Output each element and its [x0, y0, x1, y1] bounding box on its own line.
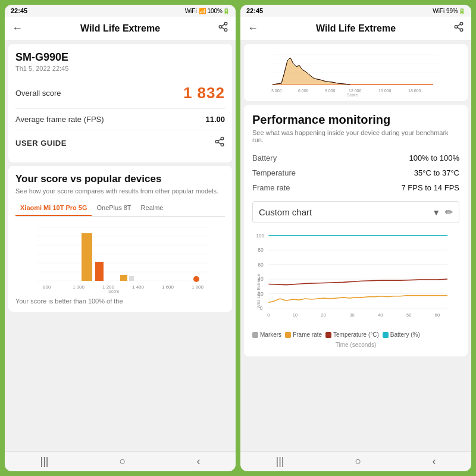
left-share-button[interactable] [218, 21, 228, 35]
left-back-button[interactable]: ← [12, 22, 23, 35]
custom-chart-dropdown[interactable]: Custom chart ▼ ✏ [252, 201, 459, 223]
right-time: 22:45 [246, 7, 263, 14]
overall-score-value: 1 832 [183, 84, 225, 102]
left-panel: 22:45 WiFi 📶 100%🔋 ← Wild Life Extreme S… [5, 5, 236, 471]
score-better-text: Your score is better than 100% of the [15, 298, 225, 305]
svg-point-31 [460, 29, 463, 32]
svg-text:50: 50 [406, 312, 411, 318]
svg-text:9 000: 9 000 [325, 89, 336, 93]
svg-text:20: 20 [321, 312, 326, 318]
perf-sub: See what was happening inside your devic… [252, 129, 459, 143]
perf-chart-container: 100 80 60 40 20 0 [252, 228, 459, 329]
right-signal-icon: WiFi 99%🔋 [433, 8, 465, 14]
device-name: SM-G990E [15, 51, 225, 64]
svg-text:40: 40 [378, 312, 383, 318]
framerate-dot [285, 332, 291, 338]
right-nav-back[interactable]: ‹ [432, 455, 436, 468]
compare-bar-chart: 800 1 000 1 200 1 400 1 600 1 800 Score [15, 221, 225, 293]
svg-line-4 [221, 24, 224, 26]
tab-realme[interactable]: Realme [136, 201, 168, 216]
battery-dot [383, 332, 389, 338]
svg-point-30 [455, 26, 458, 29]
svg-point-21 [193, 276, 199, 282]
right-top-bar: ← Wild Life Extreme [240, 17, 471, 40]
left-nav-recent[interactable]: ||| [40, 455, 49, 468]
svg-text:60: 60 [258, 262, 264, 268]
left-nav-home[interactable]: ○ [120, 455, 126, 468]
left-top-bar: ← Wild Life Extreme [5, 17, 236, 40]
tab-xiaomi[interactable]: Xiaomi Mi 10T Pro 5G [15, 201, 92, 216]
svg-point-5 [221, 137, 224, 140]
framerate-row: Frame rate 7 FPS to 14 FPS [252, 180, 459, 195]
svg-marker-38 [273, 58, 433, 84]
framerate-value: 7 FPS to 14 FPS [401, 183, 459, 192]
user-guide-label: USER GUIDE [15, 139, 67, 148]
svg-text:1 800: 1 800 [192, 284, 204, 290]
svg-point-29 [460, 23, 463, 26]
svg-rect-20 [129, 276, 134, 281]
score-chart-card: 3 000 6 000 9 000 12 000 15 000 18 000 S… [244, 44, 468, 101]
tab-oneplus[interactable]: OnePlus 8T [92, 201, 136, 216]
svg-point-7 [221, 143, 224, 146]
markers-label: Markers [260, 331, 281, 338]
fps-value: 11.00 [205, 115, 225, 124]
score-chart-mini: 3 000 6 000 9 000 12 000 15 000 18 000 S… [249, 49, 463, 96]
edit-icon[interactable]: ✏ [445, 206, 453, 218]
svg-text:3 000: 3 000 [271, 89, 282, 93]
markers-dot [252, 332, 258, 338]
bar-chart-svg: 800 1 000 1 200 1 400 1 600 1 800 Score [15, 221, 225, 293]
right-back-button[interactable]: ← [248, 22, 258, 35]
compare-title: Your score vs popular devices [15, 173, 225, 185]
right-bottom-nav: ||| ○ ‹ [240, 451, 471, 471]
svg-rect-18 [95, 262, 104, 281]
svg-text:60: 60 [435, 312, 440, 318]
svg-text:1 600: 1 600 [162, 284, 174, 290]
svg-text:Score: Score [108, 289, 119, 293]
svg-point-2 [224, 29, 227, 32]
battery-legend-label: Battery (%) [390, 331, 420, 338]
svg-line-33 [457, 24, 460, 26]
perf-title: Performance monitoring [252, 113, 459, 127]
left-header-title: Wild Life Extreme [80, 23, 160, 34]
svg-text:18 000: 18 000 [408, 89, 421, 93]
left-nav-back[interactable]: ‹ [196, 455, 200, 468]
svg-rect-17 [82, 233, 92, 281]
left-status-bar: 22:45 WiFi 📶 100%🔋 [5, 5, 236, 17]
svg-text:12 000: 12 000 [349, 89, 362, 93]
svg-text:80: 80 [258, 247, 264, 253]
svg-point-6 [215, 140, 218, 143]
device-date: Th1 5, 2022 22:45 [15, 65, 225, 72]
overall-score-label: Overall score [15, 89, 61, 98]
right-nav-home[interactable]: ○ [355, 455, 362, 468]
framerate-label: Frame rate [252, 183, 290, 192]
svg-line-8 [218, 142, 221, 144]
right-nav-recent[interactable]: ||| [276, 455, 284, 468]
compare-sub: See how your score compares with results… [15, 187, 225, 195]
device-card: SM-G990E Th1 5, 2022 22:45 Overall score… [8, 44, 232, 162]
svg-line-9 [218, 139, 221, 141]
right-share-button[interactable] [453, 21, 464, 35]
user-guide-share-icon[interactable] [214, 136, 225, 149]
svg-text:1 000: 1 000 [73, 284, 85, 290]
compare-tabs: Xiaomi Mi 10T Pro 5G OnePlus 8T Realme [15, 201, 225, 217]
svg-text:Score: Score [347, 93, 358, 96]
perf-card: Performance monitoring See what was happ… [244, 105, 468, 356]
user-guide-row: USER GUIDE [15, 130, 225, 155]
svg-text:30: 30 [349, 312, 354, 318]
svg-text:6 000: 6 000 [298, 89, 309, 93]
svg-text:800: 800 [43, 284, 51, 290]
left-bottom-nav: ||| ○ ‹ [5, 451, 236, 471]
dropdown-arrow-icon[interactable]: ▼ [432, 208, 440, 217]
fps-label: Average frame rate (FPS) [15, 115, 104, 124]
svg-text:10: 10 [293, 312, 298, 318]
fps-row: Average frame rate (FPS) 11.00 [15, 109, 225, 130]
battery-value: 100% to 100% [409, 154, 459, 162]
svg-text:100: 100 [256, 233, 264, 239]
svg-line-3 [221, 27, 224, 29]
svg-text:15 000: 15 000 [378, 89, 392, 93]
custom-chart-icons: ▼ ✏ [432, 206, 453, 218]
perf-chart-svg: 100 80 60 40 20 0 [252, 228, 459, 329]
legend-framerate: Frame rate [285, 331, 322, 338]
temperature-legend-label: Temperature (°C) [333, 331, 379, 338]
framerate-legend-label: Frame rate [293, 331, 322, 338]
